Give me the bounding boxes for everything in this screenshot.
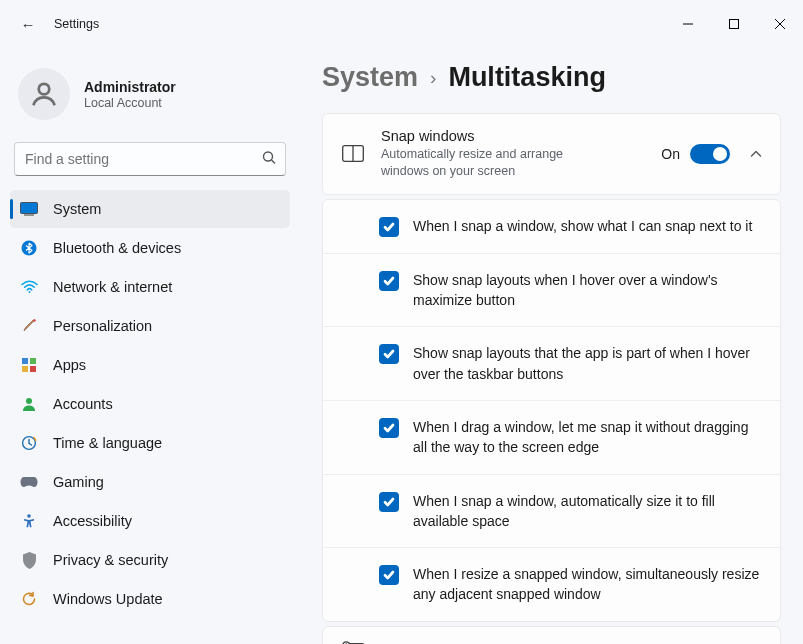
snap-windows-card[interactable]: Snap windows Automatically resize and ar…: [322, 113, 781, 195]
nav-label: Privacy & security: [53, 552, 168, 568]
maximize-button[interactable]: [711, 8, 757, 40]
nav-item-accounts[interactable]: Accounts: [10, 385, 290, 423]
svg-rect-3: [21, 203, 38, 214]
checkbox[interactable]: [379, 565, 399, 585]
brush-icon: [20, 317, 38, 335]
close-button[interactable]: [757, 8, 803, 40]
search-input[interactable]: [14, 142, 286, 176]
shield-icon: [20, 551, 38, 569]
snap-option-row: When I resize a snapped window, simultan…: [323, 547, 780, 621]
snap-subtitle: Automatically resize and arrange windows…: [381, 146, 601, 180]
minimize-icon: [683, 19, 693, 29]
nav-label: Accessibility: [53, 513, 132, 529]
snap-options-list: When I snap a window, show what I can sn…: [322, 199, 781, 622]
option-label: When I snap a window, show what I can sn…: [413, 216, 752, 236]
snap-icon: [341, 145, 365, 162]
nav-label: System: [53, 201, 101, 217]
checkbox[interactable]: [379, 344, 399, 364]
close-icon: [775, 19, 785, 29]
search-box[interactable]: [14, 142, 286, 176]
breadcrumb: System › Multitasking: [322, 62, 781, 93]
clock-icon: [20, 434, 38, 452]
minimize-button[interactable]: [665, 8, 711, 40]
svg-rect-8: [22, 358, 28, 364]
update-icon: [20, 590, 38, 608]
svg-point-2: [264, 152, 273, 161]
wifi-icon: [20, 278, 38, 296]
nav-item-bluetooth[interactable]: Bluetooth & devices: [10, 229, 290, 267]
nav-item-system[interactable]: System: [10, 190, 290, 228]
window-title: Settings: [54, 17, 99, 31]
back-button[interactable]: ←: [14, 10, 42, 38]
nav-item-network[interactable]: Network & internet: [10, 268, 290, 306]
snap-title: Snap windows: [381, 128, 645, 144]
system-icon: [20, 200, 38, 218]
gamepad-icon: [20, 473, 38, 491]
svg-point-6: [28, 291, 30, 293]
nav-list: System Bluetooth & devices Network & int…: [10, 190, 290, 618]
breadcrumb-parent[interactable]: System: [322, 62, 418, 93]
option-label: When I snap a window, automatically size…: [413, 491, 762, 532]
back-arrow-icon: ←: [21, 16, 36, 33]
nav-item-windows-update[interactable]: Windows Update: [10, 580, 290, 618]
checkbox[interactable]: [379, 271, 399, 291]
snap-option-row: When I drag a window, let me snap it wit…: [323, 400, 780, 474]
nav-label: Bluetooth & devices: [53, 240, 181, 256]
snap-option-row: When I snap a window, show what I can sn…: [323, 200, 780, 253]
nav-label: Windows Update: [53, 591, 163, 607]
svg-rect-10: [22, 366, 28, 372]
nav-item-time[interactable]: Time & language: [10, 424, 290, 462]
snap-option-row: When I snap a window, automatically size…: [323, 474, 780, 548]
checkbox[interactable]: [379, 217, 399, 237]
toggle-state-label: On: [661, 146, 680, 162]
account-block[interactable]: Administrator Local Account: [10, 62, 290, 138]
svg-point-1: [39, 84, 50, 95]
snap-option-row: Show snap layouts when I hover over a wi…: [323, 253, 780, 327]
desktops-card[interactable]: Desktops: [322, 626, 781, 644]
expand-chevron-up-icon[interactable]: [746, 150, 766, 158]
nav-item-accessibility[interactable]: Accessibility: [10, 502, 290, 540]
option-label: Show snap layouts when I hover over a wi…: [413, 270, 762, 311]
checkbox[interactable]: [379, 492, 399, 512]
nav-label: Network & internet: [53, 279, 172, 295]
nav-item-apps[interactable]: Apps: [10, 346, 290, 384]
option-label: Show snap layouts that the app is part o…: [413, 343, 762, 384]
accessibility-icon: [20, 512, 38, 530]
svg-point-14: [27, 514, 31, 518]
apps-icon: [20, 356, 38, 374]
bluetooth-icon: [20, 239, 38, 257]
svg-rect-4: [24, 215, 34, 216]
user-icon: [29, 79, 59, 109]
nav-item-privacy[interactable]: Privacy & security: [10, 541, 290, 579]
avatar: [18, 68, 70, 120]
person-icon: [20, 395, 38, 413]
nav-item-personalization[interactable]: Personalization: [10, 307, 290, 345]
nav-label: Personalization: [53, 318, 152, 334]
chevron-right-icon: ›: [430, 67, 436, 89]
option-label: When I resize a snapped window, simultan…: [413, 564, 762, 605]
search-icon: [262, 151, 276, 168]
maximize-icon: [729, 19, 739, 29]
nav-label: Time & language: [53, 435, 162, 451]
svg-point-7: [33, 319, 35, 321]
svg-rect-11: [30, 366, 36, 372]
title-bar: ← Settings: [0, 0, 803, 48]
svg-point-12: [26, 398, 32, 404]
nav-label: Accounts: [53, 396, 113, 412]
snap-toggle[interactable]: [690, 144, 730, 164]
account-subtitle: Local Account: [84, 96, 176, 110]
svg-rect-0: [730, 20, 739, 29]
main-content: System › Multitasking Snap windows Autom…: [300, 48, 803, 644]
sidebar: Administrator Local Account System Bluet…: [0, 48, 300, 644]
account-name: Administrator: [84, 79, 176, 95]
svg-rect-9: [30, 358, 36, 364]
nav-item-gaming[interactable]: Gaming: [10, 463, 290, 501]
checkbox[interactable]: [379, 418, 399, 438]
nav-label: Gaming: [53, 474, 104, 490]
nav-label: Apps: [53, 357, 86, 373]
option-label: When I drag a window, let me snap it wit…: [413, 417, 762, 458]
snap-option-row: Show snap layouts that the app is part o…: [323, 326, 780, 400]
page-title: Multitasking: [448, 62, 606, 93]
